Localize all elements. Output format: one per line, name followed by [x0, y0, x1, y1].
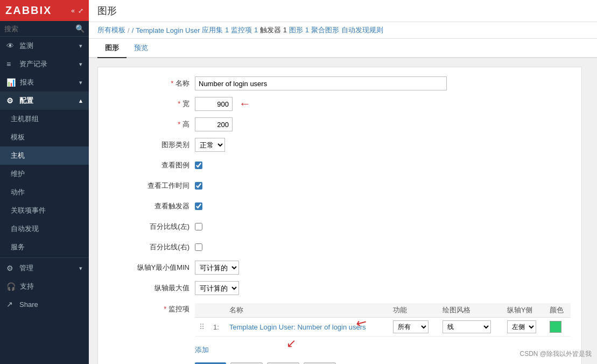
- col-num: [209, 303, 225, 318]
- sidebar-item-admin-label: 管理: [19, 263, 33, 273]
- sidebar-item-monitor[interactable]: 👁 监测 ▾: [0, 37, 89, 55]
- show-legend-checkbox-row: [195, 162, 202, 169]
- breadcrumb-appset[interactable]: Template Login User: [136, 26, 200, 34]
- page-header: 图形: [89, 0, 597, 22]
- function-select[interactable]: 所有 最小值 最大值 平均值: [393, 320, 429, 333]
- config-icon: ⚙: [6, 96, 15, 105]
- sidebar-item-autodiscovery-label: 自动发现: [11, 224, 39, 234]
- form-area: 名称 宽 ← 高 图形类别 正常 层叠: [89, 58, 597, 364]
- form-row-ymin: 纵轴Y最小值MIN 可计算的 固定 数据项: [109, 260, 571, 275]
- sidebar-item-actions[interactable]: 动作: [0, 183, 89, 201]
- yside-select[interactable]: 左侧 右侧: [507, 320, 536, 333]
- search-input[interactable]: [4, 25, 75, 33]
- monitor-table: 名称 功能 绘图风格 纵轴Y侧 颜色 ⠿ 1:: [195, 303, 571, 337]
- sidebar-search-bar[interactable]: 🔍: [0, 21, 89, 37]
- form-row-percent-left: 百分比线(左): [109, 219, 571, 234]
- sidebar-item-config[interactable]: ⚙ 配置 ▴: [0, 92, 89, 110]
- graph-type-label: 图形类别: [109, 140, 195, 150]
- width-row-content: ←: [195, 97, 251, 111]
- show-triggers-checkbox-row: [195, 202, 202, 210]
- support-icon: 🎧: [6, 282, 16, 291]
- ymax-select[interactable]: 可计算的 固定 数据项: [195, 281, 239, 295]
- sidebar-item-services-label: 服务: [11, 242, 25, 252]
- col-yside-header: 纵轴Y侧: [503, 303, 545, 318]
- graph-type-select[interactable]: 正常 层叠 饼图 分散: [195, 138, 225, 152]
- sidebar-item-host-groups[interactable]: 主机群组: [0, 110, 89, 128]
- show-triggers-checkbox[interactable]: [195, 202, 202, 210]
- breadcrumb-sep-1: /: [128, 26, 130, 34]
- sidebar-item-services[interactable]: 服务: [0, 238, 89, 256]
- logo-controls[interactable]: « ⤢: [71, 7, 83, 15]
- breadcrumb-aggregate[interactable]: 图形 1: [289, 25, 309, 35]
- form-row-work-period: 查看工作时间: [109, 178, 571, 193]
- row-draw-style-cell: 线 已填充区域 粗线 点 虚线 梯形: [438, 318, 502, 337]
- breadcrumb-template-login-user[interactable]: /: [132, 26, 134, 34]
- drag-cell[interactable]: ⠿: [195, 318, 209, 337]
- row-function-cell: 所有 最小值 最大值 平均值: [389, 318, 438, 337]
- row-number: 1:: [209, 318, 225, 337]
- col-function-header: 功能: [389, 303, 438, 318]
- sidebar-item-support[interactable]: 🎧 支持: [0, 277, 89, 296]
- search-icon[interactable]: 🔍: [75, 24, 85, 33]
- add-link-row: 添加 ↙: [109, 342, 571, 355]
- table-row: ⠿ 1: Template Login User: Number of logi…: [195, 318, 571, 337]
- drag-handle-icon[interactable]: ⠿: [199, 323, 205, 331]
- form-row-show-legend: 查看图例: [109, 158, 571, 173]
- sidebar-item-admin[interactable]: ⚙ 管理 ▾: [0, 259, 89, 277]
- sidebar-logo: ZABBIX « ⤢: [0, 0, 89, 21]
- tab-preview[interactable]: 预览: [127, 39, 156, 58]
- sidebar-item-correlation[interactable]: 关联项事件: [0, 201, 89, 220]
- percent-left-checkbox[interactable]: [195, 223, 202, 230]
- sidebar-item-maintenance-label: 维护: [11, 169, 25, 179]
- breadcrumb: 所有模板 / / Template Login User 应用集 1 监控项 1…: [89, 22, 597, 39]
- sidebar-item-hosts[interactable]: 主机: [0, 146, 89, 165]
- resize-icon[interactable]: ⤢: [78, 7, 83, 15]
- sidebar-item-share[interactable]: ↗ Share: [0, 296, 89, 313]
- add-link[interactable]: 添加: [195, 345, 209, 355]
- draw-style-select[interactable]: 线 已填充区域 粗线 点 虚线 梯形: [443, 320, 491, 333]
- sidebar-item-assets-label: 资产记录: [19, 59, 47, 69]
- height-input[interactable]: [195, 117, 233, 131]
- breadcrumb-trigger[interactable]: 监控项 1: [231, 25, 258, 35]
- red-arrow-width: ←: [239, 97, 251, 111]
- show-legend-label: 查看图例: [109, 160, 195, 170]
- form-row-height: 高: [109, 117, 571, 132]
- percent-right-checkbox[interactable]: [195, 243, 202, 251]
- breadcrumb-graph: 触发器 1: [260, 25, 287, 35]
- work-period-checkbox[interactable]: [195, 182, 202, 190]
- page-title: 图形: [97, 4, 117, 17]
- sidebar-nav: 👁 监测 ▾ ≡ 资产记录 ▾ 📊 报表 ▾ ⚙ 配置 ▴ 主机群组 模板 主机: [0, 37, 89, 313]
- sidebar-item-autodiscovery[interactable]: 自动发现: [0, 220, 89, 238]
- width-input[interactable]: [195, 97, 233, 111]
- monitor-item-link[interactable]: Template Login User: Number of login use…: [229, 323, 366, 331]
- monitor-items-content: 名称 功能 绘图风格 纵轴Y侧 颜色 ⠿ 1:: [195, 301, 571, 337]
- monitor-icon: 👁: [6, 41, 15, 50]
- chevron-icon: ▾: [79, 265, 82, 272]
- sidebar-item-maintenance[interactable]: 维护: [0, 165, 89, 183]
- logo-text: ZABBIX: [5, 4, 52, 17]
- sidebar-item-templates[interactable]: 模板: [0, 128, 89, 146]
- breadcrumb-all-templates[interactable]: 所有模板: [97, 25, 125, 35]
- form-card: 名称 宽 ← 高 图形类别 正常 层叠: [97, 67, 582, 364]
- work-period-checkbox-row: [195, 182, 202, 190]
- ymin-select[interactable]: 可计算的 固定 数据项: [195, 261, 239, 275]
- collapse-icon[interactable]: «: [71, 7, 75, 15]
- row-color-cell: [545, 318, 571, 337]
- work-period-label: 查看工作时间: [109, 181, 195, 191]
- sidebar-divider: [0, 257, 89, 258]
- show-legend-checkbox[interactable]: [195, 162, 202, 169]
- form-row-show-triggers: 查看触发器: [109, 199, 571, 214]
- breadcrumb-autodiscovery[interactable]: 聚合图形: [311, 25, 339, 35]
- reports-icon: 📊: [6, 78, 16, 87]
- tab-graph[interactable]: 图形: [97, 39, 127, 58]
- breadcrumb-web[interactable]: 自动发现规则: [341, 25, 383, 35]
- col-color-header: 颜色: [545, 303, 571, 318]
- name-input[interactable]: [195, 76, 447, 90]
- sidebar-item-reports[interactable]: 📊 报表 ▾: [0, 73, 89, 92]
- color-picker[interactable]: [550, 321, 561, 333]
- sidebar-item-assets[interactable]: ≡ 资产记录 ▾: [0, 55, 89, 73]
- chevron-up-icon: ▴: [79, 97, 82, 104]
- breadcrumb-monitor[interactable]: 应用集 1: [202, 25, 229, 35]
- main-content: 图形 所有模板 / / Template Login User 应用集 1 监控…: [89, 0, 597, 364]
- share-icon: ↗: [6, 300, 15, 309]
